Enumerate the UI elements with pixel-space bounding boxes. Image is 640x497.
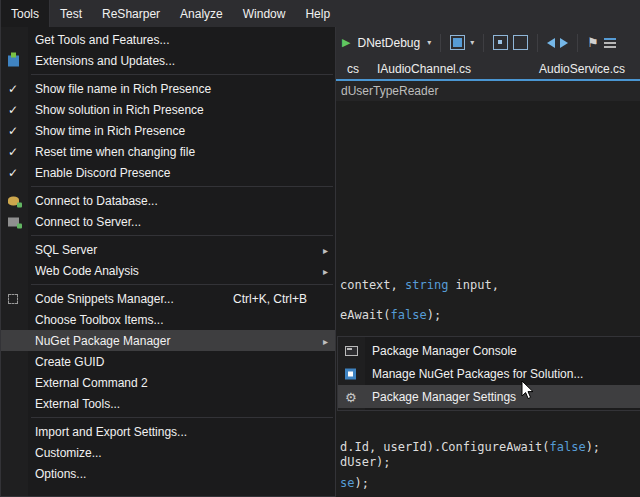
menu-item-connect-to-database[interactable]: Connect to Database... [1,190,335,211]
menu-item-label: Package Manager Console [372,344,638,358]
menubar-item-tools[interactable]: Tools [0,0,50,27]
menu-item-label: Package Manager Settings [372,390,638,404]
menubar-item-window[interactable]: Window [233,0,296,27]
toolbar-separator [577,34,578,52]
menu-separator [31,417,333,418]
menu-item-get-tools-and-features[interactable]: Get Tools and Features... [1,29,335,50]
tools-dropdown-menu: Get Tools and Features...Extensions and … [0,27,336,497]
menu-separator [31,186,333,187]
menu-item-web-code-analysis[interactable]: Web Code Analysis▸ [1,260,335,281]
nuget-package-manager-submenu: Package Manager ConsoleManage NuGet Pack… [337,336,640,411]
menu-item-show-file-name-in-rich-presence[interactable]: ✓Show file name in Rich Presence [1,78,335,99]
menu-item-connect-to-server[interactable]: Connect to Server... [1,211,335,232]
code-line: se); [340,476,369,491]
menu-item-label: Customize... [35,446,327,460]
toolbar-separator [483,34,484,52]
menubar-item-test[interactable]: Test [50,0,92,27]
menu-item-label: External Command 2 [35,376,327,390]
menu-item-extensions-and-updates[interactable]: Extensions and Updates... [1,50,335,71]
menu-item-package-manager-console[interactable]: Package Manager Console [338,339,640,362]
menu-item-label: Reset time when changing file [35,145,327,159]
menu-item-external-command-2[interactable]: External Command 2 [1,372,335,393]
save-icon[interactable] [493,35,508,50]
checkmark-icon: ✓ [8,166,18,180]
menu-item-label: NuGet Package Manager [35,334,327,348]
line-operations-icon[interactable] [604,38,616,48]
menu-item-label: Connect to Server... [35,215,327,229]
code-line: context, string input, [340,278,499,293]
menu-bar: ToolsTestReSharperAnalyzeWindowHelp [0,0,640,27]
menu-item-shortcut: Ctrl+K, Ctrl+B [233,292,327,306]
toolbar-separator [537,34,538,52]
menu-item-label: Show file name in Rich Presence [35,82,327,96]
menu-item-choose-toolbox-items[interactable]: Choose Toolbox Items... [1,309,335,330]
packages-icon [345,368,356,379]
attach-to-process-icon[interactable] [450,35,465,50]
menu-item-create-guid[interactable]: Create GUID [1,351,335,372]
navigation-member-label[interactable]: dUserTypeReader [341,84,438,98]
menu-separator [31,74,333,75]
extensions-icon [8,55,19,66]
menu-item-import-and-export-settings[interactable]: Import and Export Settings... [1,421,335,442]
menu-item-show-time-in-rich-presence[interactable]: ✓Show time in Rich Presence [1,120,335,141]
menu-item-label: Choose Toolbox Items... [35,313,327,327]
menu-item-label: Extensions and Updates... [35,54,327,68]
menu-item-customize[interactable]: Customize... [1,442,335,463]
checkmark-icon: ✓ [8,124,18,138]
toolbar-separator [440,34,441,52]
submenu-arrow-icon: ▸ [323,244,328,255]
menu-item-show-solution-in-rich-presence[interactable]: ✓Show solution in Rich Presence [1,99,335,120]
server-icon [8,217,19,226]
menu-item-enable-discord-presence[interactable]: ✓Enable Discord Presence [1,162,335,183]
bookmark-icon[interactable]: ⚑ [587,36,599,49]
menu-item-label: Web Code Analysis [35,264,327,278]
checkmark-icon: ✓ [8,82,18,96]
mouse-cursor [521,381,535,401]
menu-separator [31,235,333,236]
menu-item-label: Options... [35,467,327,481]
menu-item-package-manager-settings[interactable]: ⚙Package Manager Settings [338,385,640,408]
menu-item-code-snippets-manager[interactable]: Code Snippets Manager...Ctrl+K, Ctrl+B [1,288,335,309]
menu-item-manage-nuget-packages-for-solution[interactable]: Manage NuGet Packages for Solution... [338,362,640,385]
tab-iaudiochannel-cs[interactable]: IAudioChannel.cs [368,62,480,76]
menu-item-reset-time-when-changing-file[interactable]: ✓Reset time when changing file [1,141,335,162]
chevron-down-icon[interactable]: ▾ [427,39,431,47]
menu-item-external-tools[interactable]: External Tools... [1,393,335,414]
menu-separator [31,284,333,285]
debug-target-label[interactable]: DNetDebug [357,36,420,50]
menu-item-label: External Tools... [35,397,327,411]
submenu-arrow-icon: ▸ [323,265,328,276]
menu-item-label: Import and Export Settings... [35,425,327,439]
menu-item-label: Show solution in Rich Presence [35,103,327,117]
menu-item-label: Get Tools and Features... [35,33,327,47]
menu-item-label: SQL Server [35,243,327,257]
menu-item-options[interactable]: Options... [1,463,335,484]
menu-item-label: Manage NuGet Packages for Solution... [372,367,638,381]
menu-item-label: Create GUID [35,355,327,369]
save-all-icon[interactable] [513,35,528,50]
menu-item-sql-server[interactable]: SQL Server▸ [1,239,335,260]
menubar-item-help[interactable]: Help [295,0,340,27]
code-line: dUser); [340,455,391,470]
navigate-forward-icon[interactable] [560,38,568,48]
checkmark-icon: ✓ [8,103,18,117]
checkmark-icon: ✓ [8,145,18,159]
chevron-down-icon[interactable]: ▾ [470,39,474,47]
menu-item-label: Show time in Rich Presence [35,124,327,138]
menu-item-label: Code Snippets Manager... [35,292,233,306]
gear-icon: ⚙ [345,390,357,403]
code-line: d.Id, userId).ConfigureAwait(false); [340,440,600,455]
submenu-arrow-icon: ▸ [323,335,328,346]
code-line: eAwait(false); [340,308,441,323]
menu-item-nuget-package-manager[interactable]: NuGet Package Manager▸ [1,330,335,351]
menu-item-label: Connect to Database... [35,194,327,208]
console-icon [345,346,358,356]
snippets-icon [8,294,18,304]
menubar-item-resharper[interactable]: ReSharper [92,0,170,27]
navigate-backward-icon[interactable] [547,38,555,48]
menubar-item-analyze[interactable]: Analyze [170,0,233,27]
tab-cs[interactable]: cs [338,62,368,76]
tab-audioservice-cs[interactable]: AudioService.cs [530,62,634,76]
database-icon [8,196,19,205]
start-debugging-icon[interactable]: ▶ [342,37,350,48]
